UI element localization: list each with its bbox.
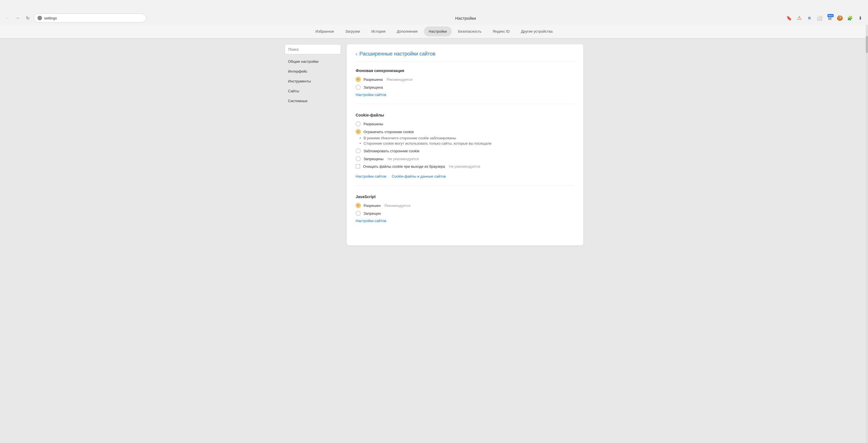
sidebar-item-general[interactable]: Общие настройки — [285, 57, 341, 66]
cookies-denied-hint: Не рекомендуется — [388, 157, 419, 161]
cookies-data-link[interactable]: Cookie-файлы и данные сайтов — [392, 174, 446, 178]
nav-bar: ← → ↻ settings Настройки 🔖 ⚠ Я ⬜ — [0, 11, 868, 25]
cookies-limited-radio[interactable] — [355, 129, 361, 134]
tab-bar — [0, 0, 868, 11]
js-denied-option[interactable]: Запрещен — [355, 211, 575, 216]
tab-addons[interactable]: Дополнения — [392, 27, 423, 36]
sync-denied-option[interactable]: Запрещена — [355, 85, 575, 90]
cookies-links: Настройки сайтов Cookie-файлы и данные с… — [355, 171, 575, 178]
screen-icon: ⬜ — [817, 15, 823, 21]
forward-button[interactable]: → — [13, 14, 22, 22]
sync-denied-radio[interactable] — [355, 85, 361, 90]
tab-yandex-id[interactable]: Яндекс ID — [488, 27, 515, 36]
sync-allowed-hint: Рекомендуется — [386, 77, 412, 81]
screen-button[interactable]: ⬜ — [815, 13, 824, 23]
sync-allowed-option[interactable]: Разрешена Рекомендуется — [355, 77, 575, 82]
cookies-allowed-label: Разрешены — [364, 122, 383, 126]
bookmark-icon: 🔖 — [786, 15, 792, 21]
sidebar-item-label: Интерфейс — [288, 69, 307, 73]
qr-button[interactable]: ⊞ New — [825, 13, 834, 23]
sidebar-item-sites[interactable]: Сайты — [285, 86, 341, 96]
page-title-center: Настройки — [149, 16, 782, 21]
tab-favorites[interactable]: Избранное — [310, 27, 339, 36]
js-denied-radio[interactable] — [355, 211, 361, 216]
cookies-allowed-option[interactable]: Разрешены — [355, 121, 575, 126]
cookies-title: Cookie-файлы — [355, 113, 575, 117]
bookmark-button[interactable]: 🔖 — [784, 13, 794, 23]
back-arrow-icon[interactable]: ‹ — [355, 52, 357, 57]
sync-denied-label: Запрещена — [364, 85, 383, 90]
cookies-blocked-label: Заблокировать сторонние cookie — [364, 149, 420, 153]
background-sync-title: Фоновая синхронизация — [355, 68, 575, 73]
js-allowed-option[interactable]: Разрешен Рекомендуется — [355, 203, 575, 208]
sidebar-item-label: Сайты — [288, 89, 299, 93]
tab-history[interactable]: История — [366, 27, 390, 36]
panel-header: ‹ Расширенные настройки сайтов — [355, 51, 575, 62]
cookies-clear-option[interactable]: Очищать файлы cookie при выходе из брауз… — [355, 164, 575, 169]
js-allowed-hint: Рекомендуется — [385, 203, 411, 208]
cookies-blocked-option[interactable]: Заблокировать сторонние cookie — [355, 148, 575, 154]
sidebar-item-label: Общие настройки — [288, 59, 318, 64]
cookies-sites-link[interactable]: Настройки сайтов — [355, 174, 386, 178]
site-icon — [37, 16, 42, 20]
cookies-blocked-radio[interactable] — [355, 148, 361, 154]
download-button[interactable]: ⬇ — [856, 13, 865, 23]
main-content: Общие настройки Интерфейс Инструменты Са… — [279, 44, 589, 245]
extensions-button[interactable]: 🧩 — [845, 13, 855, 23]
sync-sites-link[interactable]: Настройки сайтов — [355, 93, 386, 97]
refresh-button[interactable]: ↻ — [24, 14, 32, 22]
back-button[interactable]: ← — [3, 14, 11, 22]
sidebar-item-label: Инструменты — [288, 79, 311, 83]
cookies-options2: Заблокировать сторонние cookie Запрещены… — [355, 148, 575, 161]
cookies-denied-radio[interactable] — [355, 156, 361, 161]
cookies-bullet-2: Сторонние cookie могут использовать толь… — [364, 141, 575, 145]
cookies-denied-option[interactable]: Запрещены Не рекомендуется — [355, 156, 575, 161]
sync-allowed-radio[interactable] — [355, 77, 361, 82]
nav-tabs: Избранное Загрузки История Дополнения На… — [0, 25, 868, 38]
sidebar: Общие настройки Интерфейс Инструменты Са… — [285, 44, 341, 245]
new-badge: New — [828, 14, 834, 17]
browser-chrome: ← → ↻ settings Настройки 🔖 ⚠ Я ⬜ — [0, 0, 868, 39]
address-bar[interactable]: settings — [34, 13, 147, 23]
js-allowed-label: Разрешен — [364, 203, 381, 208]
panel-title: Расширенные настройки сайтов — [359, 51, 435, 57]
extensions-icon: 🧩 — [847, 15, 853, 21]
tab-security[interactable]: Безопасность — [453, 27, 487, 36]
translate-button[interactable]: Я — [805, 13, 814, 23]
tab-downloads[interactable]: Загрузки — [340, 27, 365, 36]
js-sites-link[interactable]: Настройки сайтов — [355, 219, 386, 223]
sync-allowed-label: Разрешена — [364, 77, 383, 81]
cookies-bullet-1: В режиме Инкогнито сторонние cookie забл… — [364, 136, 575, 140]
address-text: settings — [44, 16, 57, 20]
content-panel: ‹ Расширенные настройки сайтов Фоновая с… — [347, 44, 583, 245]
sidebar-item-system[interactable]: Системные — [285, 96, 341, 106]
section-background-sync: Фоновая синхронизация Разрешена Рекоменд… — [355, 68, 575, 104]
translate-icon: Я — [808, 16, 810, 20]
avatar-button[interactable]: 🍪 — [835, 13, 844, 23]
section-cookies: Cookie-файлы Разрешены Ограничить сторон… — [355, 113, 575, 185]
cookies-limited-option[interactable]: Ограничить сторонние cookie — [355, 129, 575, 134]
cookies-clear-label: Очищать файлы cookie при выходе из брауз… — [363, 164, 445, 169]
tab-settings[interactable]: Настройки — [424, 27, 452, 36]
alert-button[interactable]: ⚠ — [795, 13, 804, 23]
scrollbar-thumb[interactable] — [866, 36, 868, 53]
background-sync-options: Разрешена Рекомендуется Запрещена — [355, 77, 575, 90]
js-denied-label: Запрещен — [364, 211, 381, 215]
alert-icon: ⚠ — [797, 15, 802, 21]
download-icon: ⬇ — [859, 15, 862, 21]
cookies-limited-label: Ограничить сторонние cookie — [364, 130, 414, 134]
cookies-clear-hint: Не рекомендуется — [449, 164, 480, 169]
js-allowed-radio[interactable] — [355, 203, 361, 208]
cookies-clear-checkbox[interactable] — [355, 164, 360, 169]
toolbar-right: 🔖 ⚠ Я ⬜ ⊞ New 🍪 🧩 ⬇ — [784, 13, 865, 23]
tab-other-devices[interactable]: Другие устройства — [516, 27, 558, 36]
avatar-icon: 🍪 — [837, 15, 843, 21]
javascript-title: JavaScript — [355, 195, 575, 199]
sidebar-item-label: Системные — [288, 99, 307, 103]
cookies-bullet-list: В режиме Инкогнито сторонние cookie забл… — [355, 136, 575, 145]
sidebar-item-tools[interactable]: Инструменты — [285, 76, 341, 86]
scrollbar[interactable] — [866, 25, 868, 443]
cookies-allowed-radio[interactable] — [355, 121, 361, 126]
sidebar-item-interface[interactable]: Интерфейс — [285, 66, 341, 76]
search-input[interactable] — [285, 44, 341, 54]
